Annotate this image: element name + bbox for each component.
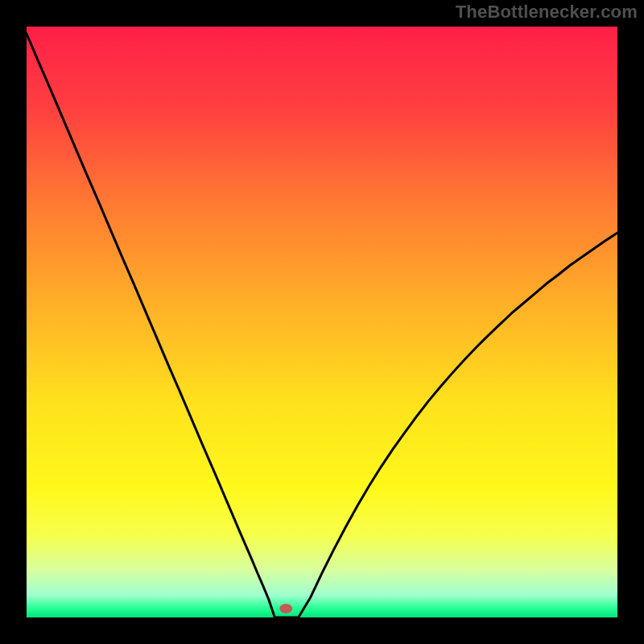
- attribution-label: TheBottlenecker.com: [456, 2, 638, 23]
- bottleneck-chart: [27, 27, 617, 617]
- optimal-point-marker: [279, 604, 292, 613]
- plot-background: [27, 27, 617, 617]
- chart-frame: TheBottlenecker.com: [0, 0, 644, 644]
